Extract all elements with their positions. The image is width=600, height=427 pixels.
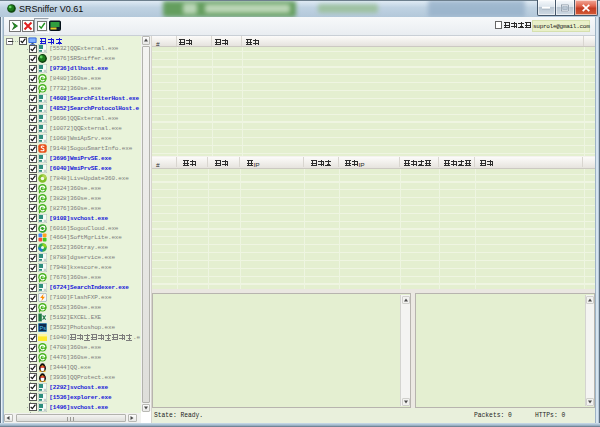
svg-text:Ps: Ps [40,325,47,331]
